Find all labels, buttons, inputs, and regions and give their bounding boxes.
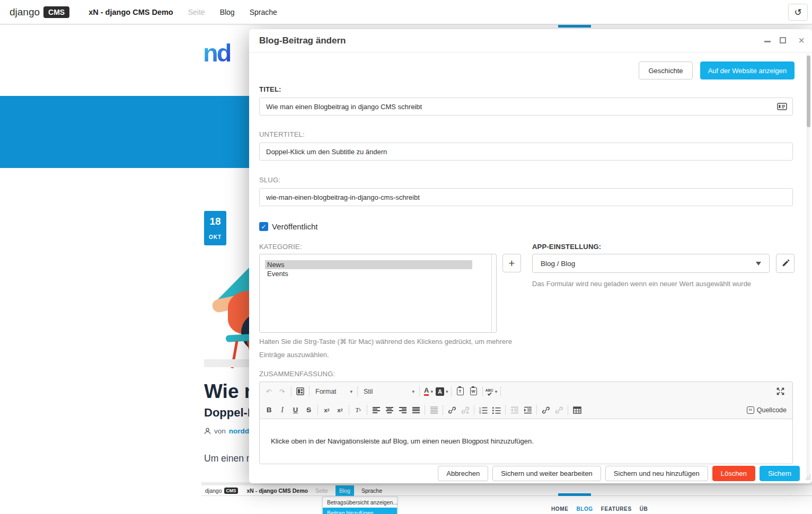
toolbar-separator bbox=[500, 386, 501, 396]
line-spacing-icon[interactable] bbox=[428, 404, 440, 416]
bg-color-button[interactable]: A ▾ bbox=[436, 385, 448, 398]
editor-toolbar-row-2: B I U S x2 x2 Tx bbox=[260, 401, 792, 419]
source-code-icon: ‹› bbox=[747, 406, 754, 414]
toolbar-site-name-menu[interactable]: xN - django CMS Demo bbox=[89, 8, 173, 16]
published-checkbox[interactable]: ✓ bbox=[259, 222, 268, 231]
chevron-down-icon: ▾ bbox=[495, 389, 498, 394]
link-icon[interactable] bbox=[446, 404, 458, 416]
toolbar-separator bbox=[505, 405, 506, 415]
mini-menu-blog-active: Blog bbox=[336, 485, 354, 496]
outdent-icon[interactable] bbox=[508, 404, 520, 416]
listbox-scrollbar-gutter[interactable] bbox=[491, 254, 492, 332]
strikethrough-button[interactable]: S bbox=[303, 404, 315, 416]
undo-icon[interactable]: ↶ bbox=[263, 385, 275, 398]
underline-button[interactable]: U bbox=[289, 404, 302, 416]
mini-menu-sprache: Sprache bbox=[361, 488, 382, 494]
category-label: KATEGORIE: bbox=[259, 243, 302, 251]
app-config-select[interactable]: Blog / Blog bbox=[532, 254, 770, 273]
style-dropdown-label: Stil bbox=[364, 388, 373, 395]
close-icon[interactable]: × bbox=[798, 33, 805, 47]
italic-button[interactable]: I bbox=[276, 404, 288, 416]
richtext-editor: ↶ ↷ Format ▾ Stil ▾ bbox=[259, 382, 793, 464]
category-listbox[interactable]: News Events bbox=[259, 254, 497, 333]
format-dropdown-label: Format bbox=[315, 388, 337, 395]
site-logo[interactable]: nd bbox=[203, 38, 230, 67]
table-icon[interactable] bbox=[571, 404, 583, 416]
mini-logo-django: django bbox=[205, 488, 222, 494]
style-dropdown[interactable]: Stil ▾ bbox=[360, 385, 417, 398]
editor-content-text[interactable]: Klicke oben in der Navigationsleiste auf… bbox=[271, 437, 534, 445]
superscript-mark: 2 bbox=[341, 407, 343, 412]
editor-toolbar: ↶ ↷ Format ▾ Stil ▾ bbox=[260, 382, 792, 419]
save-button[interactable]: Sichern bbox=[760, 466, 800, 481]
app-config-label: APP-EINSTELLUNG: bbox=[532, 243, 601, 251]
editor-content-area[interactable]: Klicke oben in der Navigationsleiste auf… bbox=[260, 420, 792, 464]
spellcheck-button[interactable]: ABC ▾ bbox=[486, 385, 498, 398]
align-right-icon[interactable] bbox=[396, 404, 409, 416]
delete-button[interactable]: Löschen bbox=[712, 466, 755, 481]
minimize-icon[interactable] bbox=[764, 41, 771, 42]
title-input[interactable] bbox=[259, 98, 793, 116]
spellcheck-icon: ABC bbox=[486, 388, 493, 395]
mini-nav-active-underline bbox=[558, 493, 591, 496]
modal-scrollbar-thumb[interactable] bbox=[807, 56, 810, 127]
source-button[interactable]: ‹› Quellcode bbox=[747, 404, 787, 416]
post-date-day: 18 bbox=[204, 216, 226, 227]
maximize-icon[interactable] bbox=[780, 37, 786, 43]
add-category-button[interactable]: + bbox=[502, 254, 521, 272]
toolbar-separator bbox=[291, 386, 292, 396]
person-icon bbox=[204, 428, 211, 435]
refresh-button[interactable]: ↺ bbox=[788, 4, 808, 21]
redo-icon[interactable]: ↷ bbox=[276, 385, 288, 398]
subtitle-input[interactable] bbox=[259, 143, 793, 161]
history-button[interactable]: Geschichte bbox=[639, 61, 693, 79]
save-and-add-another-button[interactable]: Sichern und neu hinzufügen bbox=[605, 466, 708, 481]
unlink-icon[interactable] bbox=[459, 404, 471, 416]
maximize-editor-icon[interactable] bbox=[774, 385, 787, 398]
category-option-events[interactable]: Events bbox=[265, 269, 472, 278]
align-justify-icon[interactable] bbox=[410, 404, 422, 416]
format-dropdown[interactable]: Format ▾ bbox=[312, 385, 355, 398]
paste-word-icon[interactable]: W bbox=[467, 385, 480, 398]
templates-icon[interactable] bbox=[294, 385, 306, 398]
checkmark-icon: ✓ bbox=[261, 223, 266, 231]
edit-app-config-button[interactable] bbox=[776, 254, 795, 273]
align-center-icon[interactable] bbox=[383, 404, 395, 416]
toolbar-menu-seite[interactable]: Seite bbox=[188, 8, 205, 16]
save-and-continue-button[interactable]: Sichern und weiter bearbeiten bbox=[492, 466, 601, 481]
published-label[interactable]: Veröffentlicht bbox=[272, 222, 317, 231]
paste-text-icon[interactable]: T bbox=[454, 385, 466, 398]
indent-icon[interactable] bbox=[522, 404, 534, 416]
subscript-mark: 2 bbox=[328, 407, 330, 412]
bulleted-list-icon[interactable] bbox=[490, 404, 502, 416]
unlink-icon-2[interactable] bbox=[553, 404, 565, 416]
superscript-button[interactable]: x2 bbox=[334, 404, 346, 416]
bold-button[interactable]: B bbox=[263, 404, 275, 416]
toolbar-menu-blog[interactable]: Blog bbox=[220, 8, 235, 16]
cancel-button[interactable]: Abbrechen bbox=[438, 466, 488, 481]
link-icon-2[interactable] bbox=[540, 404, 552, 416]
text-color-button[interactable]: A ▾ bbox=[422, 385, 435, 398]
nav-active-underline bbox=[558, 25, 591, 28]
text-color-icon: A bbox=[424, 387, 429, 396]
resize-grip[interactable] bbox=[805, 473, 811, 482]
numbered-list-icon[interactable]: 123 bbox=[477, 404, 489, 416]
paste-text-letter: T bbox=[459, 389, 462, 394]
subscript-button[interactable]: x2 bbox=[321, 404, 333, 416]
category-option-news[interactable]: News bbox=[265, 260, 472, 269]
toolbar-menu-sprache[interactable]: Sprache bbox=[250, 8, 277, 16]
django-cms-logo[interactable]: django CMS bbox=[10, 6, 69, 18]
remove-format-button[interactable]: Tx bbox=[352, 404, 364, 416]
slug-input[interactable] bbox=[259, 188, 793, 206]
chevron-down-icon: ▾ bbox=[350, 389, 352, 394]
view-on-site-button[interactable]: Auf der Website anzeigen bbox=[700, 61, 795, 79]
toolbar-separator bbox=[309, 386, 310, 396]
paste-word-letter: W bbox=[471, 389, 475, 394]
title-field-icon[interactable] bbox=[777, 103, 787, 112]
svg-text:3: 3 bbox=[479, 411, 481, 414]
mini-site-name: xN - django CMS Demo bbox=[246, 488, 308, 494]
mini-nav-blog: BLOG bbox=[576, 506, 593, 512]
align-left-icon[interactable] bbox=[370, 404, 382, 416]
screen: nd 18 OKT Wie m Doppel-K von norddig Um … bbox=[0, 0, 812, 514]
pencil-icon bbox=[781, 259, 790, 268]
